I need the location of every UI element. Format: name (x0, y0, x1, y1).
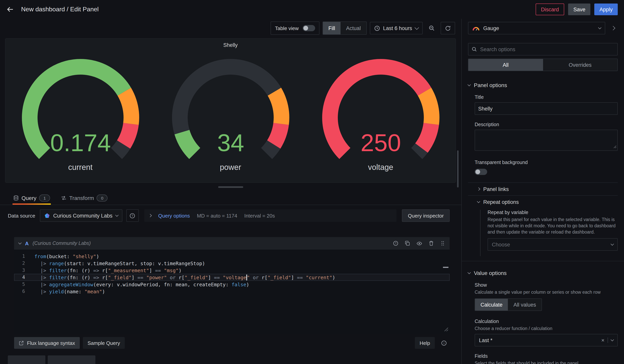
gauge-value: 250 (361, 129, 401, 156)
repeat-options-header[interactable]: Repeat options (477, 196, 618, 208)
show-mode-group: Calculate All values (475, 298, 542, 311)
query-ref-id: A (25, 240, 29, 246)
query-inspector-button[interactable]: Query inspector (402, 209, 450, 222)
back-arrow-icon[interactable] (6, 5, 14, 13)
hide-response-eye-icon[interactable] (416, 240, 422, 246)
flux-syntax-label: Flux language syntax (27, 340, 75, 346)
table-view-label: Table view (275, 25, 299, 31)
visualization-name: Gauge (483, 25, 595, 31)
chevron-down-icon (468, 271, 471, 274)
refresh-button[interactable] (441, 22, 455, 34)
actual-option[interactable]: Actual (340, 22, 366, 34)
help-button[interactable]: Help (415, 337, 435, 349)
svg-text:?: ? (131, 214, 133, 217)
table-view-toggle[interactable] (303, 25, 315, 31)
gauge: 250voltage (306, 55, 456, 172)
code-line[interactable]: 3 |> filter(fn: (r) => r["_measurement"]… (14, 267, 450, 274)
panel-options-sidebar: Gauge All Overrides (461, 19, 624, 364)
code-line[interactable]: 5 |> aggregateWindow(every: v.windowPeri… (14, 281, 450, 288)
info-button[interactable]: i (438, 337, 450, 349)
toggle-knob (475, 169, 480, 174)
add-query-button-cutoff[interactable] (8, 355, 45, 364)
apply-button[interactable]: Apply (594, 3, 618, 15)
interval: Interval = 20s (244, 213, 275, 219)
discard-button[interactable]: Discard (535, 3, 564, 15)
value-options-header[interactable]: Value options (468, 269, 618, 277)
help-icon[interactable]: ? (393, 241, 398, 246)
search-options-input[interactable] (468, 43, 618, 55)
tab-transform-label: Transform (69, 195, 94, 201)
toggle-knob (303, 26, 308, 30)
code-line[interactable]: 1from(bucket: "shelly") (14, 253, 450, 260)
code-text: |> range(start: v.timeRangeStart, stop: … (34, 260, 205, 266)
query-transform-tabs: Query 1 Transform 0 (0, 191, 461, 205)
line-number: 6 (14, 289, 25, 294)
query-count-badge: 1 (39, 195, 50, 202)
code-line[interactable]: 6 |> yield(name: "mean") (14, 288, 450, 295)
flux-code-editor[interactable]: 1from(bucket: "shelly")2 |> range(start:… (14, 250, 450, 334)
repeat-variable-select[interactable]: Choose (488, 238, 618, 251)
calculation-label: Calculation (475, 319, 618, 324)
grafana-panel-editor: New dashboard / Edit Panel Discard Save … (0, 0, 624, 364)
pane-splitter[interactable] (0, 183, 461, 191)
top-header: New dashboard / Edit Panel Discard Save … (0, 0, 624, 19)
chevron-down-icon (115, 213, 118, 217)
show-label: Show (475, 282, 618, 288)
panel-description-textarea[interactable] (475, 130, 618, 151)
panel-title: Shelly (5, 39, 455, 48)
datasource-help-button[interactable]: ? (126, 209, 139, 222)
drag-handle-icon[interactable] (440, 241, 445, 246)
code-line[interactable]: 4 |> filter(fn: (r) => r["_field"] == "p… (14, 274, 450, 281)
splitter-grip[interactable] (218, 186, 243, 188)
database-icon (13, 195, 19, 201)
transparent-bg-toggle[interactable] (475, 169, 487, 175)
tab-query[interactable]: Query 1 (13, 191, 50, 205)
clear-icon[interactable]: × (601, 337, 604, 343)
chevron-down-icon (477, 200, 480, 203)
tab-all[interactable]: All (468, 59, 543, 71)
panel-preview[interactable]: Shelly 0.174current34power250voltage (5, 38, 456, 183)
code-text: |> yield(name: "mean") (34, 288, 105, 294)
datasource-picker[interactable]: Curious Community Labs (40, 209, 122, 222)
add-expression-button-cutoff[interactable] (48, 355, 95, 364)
calculation-select[interactable]: Last * × (475, 334, 618, 346)
flux-syntax-button[interactable]: Flux language syntax (14, 337, 80, 349)
save-button[interactable]: Save (568, 3, 591, 15)
chevron-down-icon (611, 242, 614, 246)
all-values-option[interactable]: All values (508, 299, 542, 311)
panel-options-section: Panel options Title Description Transpar… (462, 81, 624, 256)
refresh-icon (445, 25, 451, 31)
query-options-bar[interactable]: Query options MD = auto = 1174 Interval … (144, 209, 396, 222)
show-description: Calculate a single value per column or s… (475, 289, 618, 295)
tab-transform[interactable]: Transform 0 (61, 191, 108, 205)
tab-query-label: Query (22, 195, 36, 201)
sample-query-button[interactable]: Sample Query (83, 337, 125, 349)
panel-options-header[interactable]: Panel options (468, 81, 618, 89)
trash-icon[interactable] (429, 241, 434, 246)
panel-title-input[interactable] (475, 102, 618, 115)
line-number: 5 (14, 282, 25, 287)
query-row-header[interactable]: A (Curious Community Labs) ? (14, 237, 450, 250)
chevron-right-icon (611, 26, 615, 30)
datasource-row: Data source Curious Community Labs ? Que… (0, 205, 461, 226)
fill-option[interactable]: Fill (323, 22, 341, 34)
editor-resize-grip[interactable] (444, 327, 448, 333)
collapse-options-button[interactable] (608, 22, 618, 34)
time-range-picker[interactable]: Last 6 hours (370, 22, 423, 34)
datasource-name: Curious Community Labs (53, 213, 112, 219)
calculation-description: Choose a reducer function / calculation (475, 325, 618, 332)
scrollbar-thumb[interactable] (457, 150, 459, 187)
panel-links-header[interactable]: Panel links (477, 183, 618, 195)
gauge-arc: 34 (156, 55, 306, 161)
visualization-picker[interactable]: Gauge (468, 22, 605, 34)
zoom-out-button[interactable] (426, 22, 438, 34)
transparent-bg-label: Transparent background (475, 160, 618, 165)
collapse-chevron-icon[interactable] (18, 241, 22, 245)
tab-overrides[interactable]: Overrides (543, 59, 617, 71)
value-options-title: Value options (474, 270, 507, 276)
calculate-option[interactable]: Calculate (475, 299, 508, 311)
code-line[interactable]: 2 |> range(start: v.timeRangeStart, stop… (14, 260, 450, 267)
value-options-section: Value options Show Calculate a single va… (462, 269, 624, 364)
transform-count-badge: 0 (97, 195, 108, 202)
duplicate-icon[interactable] (405, 241, 410, 246)
